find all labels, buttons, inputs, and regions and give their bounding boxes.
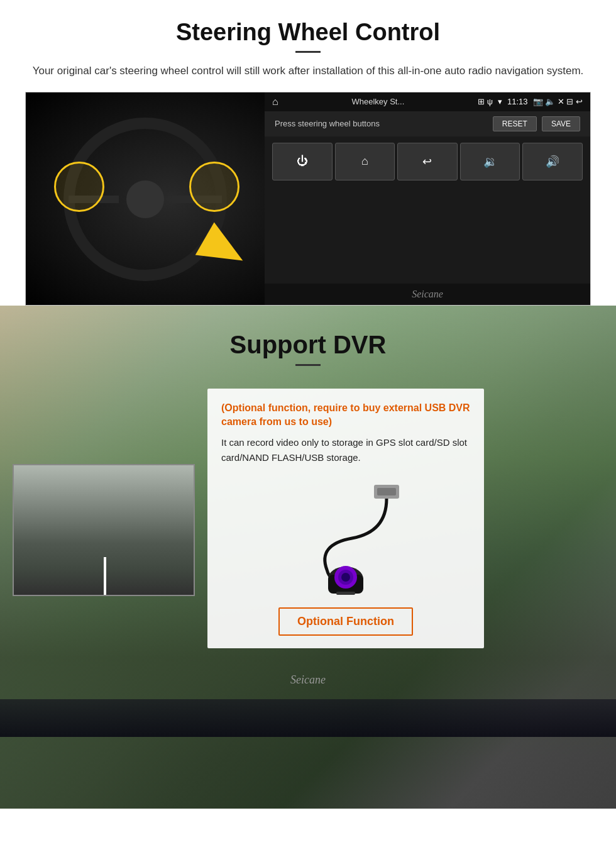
dvr-camera-image xyxy=(221,475,470,601)
topbar-right-icons: 📷 🔈 ✕ ⊟ ↩ xyxy=(533,97,583,106)
control-vol-up[interactable]: 🔊 xyxy=(522,143,583,180)
dvr-watermark: Seicane xyxy=(0,661,616,699)
circle-highlight-left xyxy=(54,162,104,212)
dvr-content-area: (Optional function, require to buy exter… xyxy=(0,376,616,649)
road-center-line xyxy=(104,557,106,595)
dvr-section: Support DVR (Optional function, require … xyxy=(0,306,616,809)
arrow-overlay xyxy=(202,231,252,268)
dvr-camera-feed-thumbnail xyxy=(13,464,195,596)
optional-function-badge: Optional Function xyxy=(278,607,413,636)
signal-icon: ▾ xyxy=(498,97,502,106)
steering-title: Steering Wheel Control xyxy=(25,19,591,46)
ui-instruction-bar: Press steering wheel buttons RESET SAVE xyxy=(265,111,590,136)
dvr-description: It can record video only to storage in G… xyxy=(221,435,470,465)
ui-topbar: ⌂ Wheelkey St... ⊞ ψ ▾ 11:13 📷 🔈 ✕ ⊟ ↩ xyxy=(265,92,590,111)
home-icon: ⌂ xyxy=(272,96,278,108)
control-home[interactable]: ⌂ xyxy=(335,143,395,180)
circle-highlight-right xyxy=(189,162,239,212)
ui-button-group: RESET SAVE xyxy=(493,116,580,131)
dashboard-strip xyxy=(0,699,616,737)
ui-time: 11:13 xyxy=(507,97,528,106)
control-power[interactable]: ⏻ xyxy=(272,143,333,180)
steering-image-area: ⌂ Wheelkey St... ⊞ ψ ▾ 11:13 📷 🔈 ✕ ⊟ ↩ P… xyxy=(25,92,591,306)
steering-subtitle: Your original car's steering wheel contr… xyxy=(25,63,591,79)
steering-watermark: Seicane xyxy=(265,284,590,305)
title-divider xyxy=(295,51,321,53)
dvr-optional-note: (Optional function, require to buy exter… xyxy=(221,401,470,429)
wheel-center xyxy=(126,180,164,218)
usb-inner xyxy=(377,488,396,495)
camera-lens-inner xyxy=(341,573,350,582)
dvr-title: Support DVR xyxy=(0,331,616,359)
dvr-title-divider xyxy=(295,364,321,366)
ui-controls-grid: ⏻ ⌂ ↩ 🔉 🔊 xyxy=(265,136,590,284)
camera-svg xyxy=(277,482,415,595)
camera-visual xyxy=(277,482,415,595)
camera-mount xyxy=(336,592,355,595)
save-button[interactable]: SAVE xyxy=(542,116,580,131)
dvr-thumbnail-inner xyxy=(14,465,194,595)
arrow-shape xyxy=(195,222,253,277)
dvr-info-panel: (Optional function, require to buy exter… xyxy=(207,389,484,649)
ui-app-title: Wheelkey St... xyxy=(283,97,473,106)
control-back[interactable]: ↩ xyxy=(397,143,458,180)
control-vol-down[interactable]: 🔉 xyxy=(460,143,520,180)
reset-button[interactable]: RESET xyxy=(493,116,537,131)
steering-wheel-bg xyxy=(26,92,265,306)
steering-wheel-section: Steering Wheel Control Your original car… xyxy=(0,0,616,306)
steering-ui-panel: ⌂ Wheelkey St... ⊞ ψ ▾ 11:13 📷 🔈 ✕ ⊟ ↩ P… xyxy=(265,92,590,305)
topbar-extra-icons: ⊞ ψ xyxy=(478,97,493,106)
dvr-header: Support DVR xyxy=(0,306,616,376)
steering-wheel-photo xyxy=(26,92,265,306)
instruction-text: Press steering wheel buttons xyxy=(275,119,380,128)
